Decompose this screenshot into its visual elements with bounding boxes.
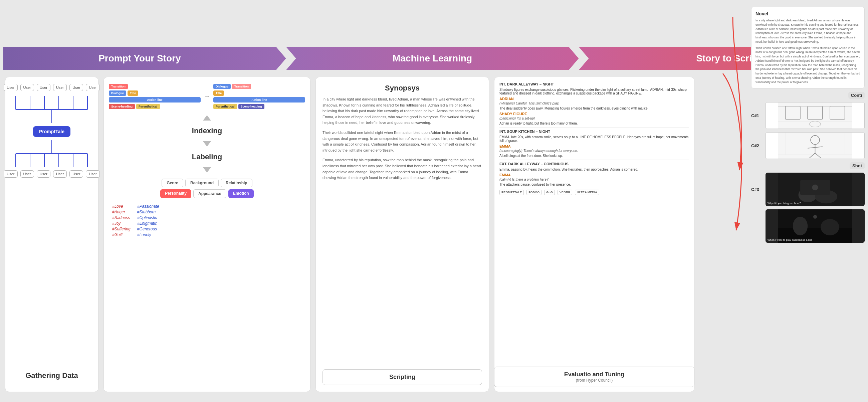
svg-point-41 (813, 215, 817, 219)
user-node-3: User (37, 84, 51, 91)
user-node-b2: User (20, 170, 34, 178)
storyboard-c1-label: C#1 (751, 113, 763, 118)
user-node-b6: User (86, 170, 99, 178)
script-action-6: Emma, passing by, hears the commotion. S… (499, 167, 689, 171)
user-node-b4: User (53, 170, 67, 178)
triangle-down-2 (203, 167, 211, 173)
block-scene-left: Scene-heading (109, 104, 135, 109)
svg-point-40 (820, 219, 839, 236)
block-title-right: Title (213, 91, 224, 96)
tag-pills-row-2: Personality Appearance Emotion (109, 189, 305, 198)
diagram-container: Transition Dialogue Title Action-line Sc… (109, 82, 305, 111)
photo-caption-1: Why did you bring me here? (768, 202, 801, 205)
pill-genre[interactable]: Genre (162, 179, 183, 187)
hashtag-generous: #Generous (137, 227, 159, 231)
red-arrow-novel-to-c1 (713, 10, 753, 177)
tag-pills-container: Genre Background Relatioship Personality… (109, 177, 305, 200)
diagram-left: Transition Dialogue Title Action-line Sc… (109, 84, 200, 109)
script-divider-2 (499, 160, 689, 160)
storyboard-c3-row-2: When I went to play baseball as a kid (751, 209, 865, 243)
eval-sub: (from Hyper Council) (498, 378, 690, 383)
hashtag-stubborn: #Stubborn (137, 210, 159, 214)
script-action-4: EMMA, late 20s, with a warm smile, serve… (499, 135, 689, 143)
storyboard-c3-row-1: C#3 Why did you bring me here? (751, 173, 865, 206)
storyboard-c2-image (766, 132, 865, 159)
storyboard-photo-1: Why did you bring me here? (766, 173, 865, 206)
storyboard-c2-svg (766, 132, 864, 159)
novel-text-2: Their worlds collided one fateful night … (755, 46, 860, 85)
pipeline-segment-2: Machine Learning (286, 47, 579, 70)
user-node-6: User (86, 84, 99, 91)
pipeline-label-2: Machine Learning (393, 53, 472, 64)
block-parenthetical-left: Parenthetical (136, 104, 160, 109)
diagram-right: Dialogue Transition Title Action-line Pa… (213, 84, 305, 109)
indexing-title: Indexing (109, 125, 305, 137)
partner-logos: PROMPTTALE FODOO GnG VCORP ULTRA MEDIA (499, 190, 689, 195)
triangle-down (203, 141, 211, 147)
user-node-1: User (4, 84, 18, 91)
hashtag-anger: #Anger (112, 210, 130, 214)
pill-appearance[interactable]: Appearance (193, 189, 226, 198)
script-action-5: A bell dings at the front door. She look… (499, 154, 689, 158)
storyboard-c3-label: C#3 (751, 187, 763, 192)
storyboard-c1-image (766, 102, 865, 129)
hashtag-enigmatic: #Enigmatic (137, 221, 159, 226)
partner-vcorp: VCORP (558, 190, 572, 195)
hashtag-lonely: #Lonely (137, 233, 159, 237)
pill-emotion[interactable]: Emotion (228, 189, 254, 198)
scripting-box: Scripting (322, 369, 482, 385)
hashtag-cols: #Love #Anger #Sadness #Joy #Suffering #G… (109, 202, 305, 239)
script-location-3: EXT. DARK ALLEYWAY – CONTINUOUS (499, 162, 689, 166)
script-location-1: INT. DARK ALLEYWAY – NIGHT (499, 82, 689, 86)
user-node-b3: User (37, 170, 51, 178)
pipeline-label-1: Prompt Your Story (98, 53, 181, 64)
tag-pills-row-1: Genre Background Relatioship (109, 179, 305, 187)
script-dir-2: (panicking) It's a set-up! (499, 117, 689, 120)
block-title-left: Title (127, 91, 138, 96)
novel-box: Novel In a city where light and darkness… (751, 7, 865, 89)
shot-section-header: Shot (751, 162, 865, 169)
user-nodes-bottom: User User User User User User (4, 170, 99, 178)
personality-hashtags: #Love #Anger #Sadness #Joy #Suffering #G… (112, 204, 130, 237)
synopsis-body-2: Their worlds collided one fateful night … (322, 130, 482, 153)
hashtag-suffering: #Suffering (112, 227, 130, 231)
script-char-1: ADRIAN (499, 97, 689, 101)
pill-background[interactable]: Background (185, 179, 219, 187)
synopsis-title: Synopsys (322, 84, 482, 92)
red-arrow-script-to-photo (693, 67, 753, 234)
hashtag-love: #Love (112, 204, 130, 209)
eval-title: Evaluatio and Tuning (498, 371, 690, 378)
triangle-up (203, 115, 211, 121)
partner-fodoo: FODOO (526, 190, 541, 195)
storyboard-c1-row: C#1 (751, 102, 865, 129)
hashtag-optimistic: #Optimistic (137, 215, 159, 220)
block-parenthetical-right: Parenthetical (213, 104, 237, 109)
svg-point-39 (793, 217, 808, 236)
script-action-7: The attackers pause, confused by her pre… (499, 183, 689, 186)
pill-relationship[interactable]: Relatioship (221, 179, 252, 187)
storyboard-c2-label: C#2 (751, 143, 763, 148)
prompttale-label: PromptTale (39, 129, 64, 134)
conti-section-header: Conti (751, 92, 865, 99)
script-dir-4: (calmly) Is there a problem here? (499, 178, 689, 181)
pill-personality[interactable]: Personality (160, 189, 191, 198)
conti-badge: Conti (848, 92, 865, 99)
photo-svg-1 (766, 173, 865, 206)
script-action-2: The deal suddenly goes awry. Menacing fi… (499, 106, 689, 110)
user-node-5: User (69, 84, 83, 91)
script-dir-3: (encouragingly) There's always enough fo… (499, 149, 689, 153)
storyboard-c2-row: C#2 (751, 132, 865, 159)
partner-gng: GnG (544, 190, 555, 195)
storyboard-photo-2: When I went to play baseball as a kid (766, 209, 865, 243)
hashtag-guilt: #Guilt (112, 233, 130, 237)
script-char-2: SHADY FIGURE (499, 112, 689, 116)
script-char-4: EMMA (499, 173, 689, 177)
block-actionline-right: Action-line (213, 97, 305, 102)
block-actionline-left: Action-line (109, 97, 200, 102)
novel-text-1: In a city where light and darkness blend… (755, 18, 860, 44)
pipeline-segment-1: Prompt Your Story (3, 47, 286, 70)
diagram-arrow: → (204, 93, 210, 100)
connector-lines-top (8, 96, 95, 123)
synopsis-panel: Synopsys In a city where light and darkn… (315, 77, 489, 392)
prompttale-node[interactable]: PromptTale (33, 126, 70, 137)
